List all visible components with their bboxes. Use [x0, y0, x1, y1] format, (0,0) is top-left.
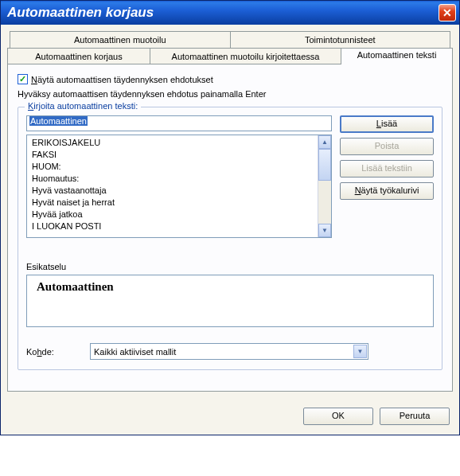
- autotext-group: Kirjoita automaattinen teksti: Automaatt…: [18, 107, 442, 370]
- dialog-footer: OK Peruuta: [1, 398, 459, 435]
- window-title: Automaattinen korjaus: [7, 5, 154, 21]
- show-suggestions-checkbox[interactable]: ✓: [18, 74, 28, 84]
- show-suggestions-row: ✓ Näytä automaattisen täydennyksen ehdot…: [18, 74, 442, 84]
- scroll-up-button[interactable]: ▲: [318, 135, 331, 149]
- accept-hint: Hyväksy automaattisen täydennyksen ehdot…: [18, 89, 442, 99]
- target-row: Kohde: Kaikki aktiiviset mallit ▼: [26, 343, 434, 360]
- tab-row-bottom: Automaattinen korjaus Automaattinen muot…: [7, 48, 453, 64]
- list-item[interactable]: HUOM:: [32, 161, 313, 173]
- add-button[interactable]: Lisää: [340, 115, 434, 133]
- list-item[interactable]: ERIKOISJAKELU: [32, 137, 313, 149]
- tab-autocorrect[interactable]: Automaattinen korjaus: [7, 48, 150, 64]
- tab-autotext[interactable]: Automaattinen teksti: [341, 48, 453, 64]
- preview-text: Automaattinen: [37, 280, 114, 293]
- scroll-track[interactable]: [318, 149, 331, 224]
- target-combo[interactable]: Kaikki aktiiviset mallit ▼: [90, 343, 368, 360]
- listbox-scrollbar[interactable]: ▲ ▼: [318, 135, 331, 237]
- list-item[interactable]: Hyvät naiset ja herrat: [32, 197, 313, 209]
- preview-label: Esikatselu: [26, 262, 434, 271]
- target-combo-dropdown[interactable]: ▼: [353, 345, 367, 358]
- insert-text-button: Lisää tekstiin: [340, 160, 434, 178]
- autotext-input[interactable]: Automaattinen: [26, 115, 332, 131]
- title-bar[interactable]: Automaattinen korjaus ✕: [1, 1, 459, 25]
- chevron-up-icon: ▲: [322, 139, 328, 146]
- show-suggestions-label: Näytä automaattisen täydennyksen ehdotuk…: [31, 75, 213, 84]
- list-item[interactable]: Huomautus:: [32, 173, 313, 185]
- tab-autoformat-typing[interactable]: Automaattinen muotoilu kirjoitettaessa: [150, 48, 341, 64]
- delete-button: Poista: [340, 138, 434, 155]
- dialog-window: Automaattinen korjaus ✕ Automaattinen mu…: [0, 0, 460, 435]
- chevron-down-icon: ▼: [322, 227, 328, 234]
- list-item[interactable]: FAKSI: [32, 149, 313, 161]
- autotext-legend: Kirjoita automaattinen teksti:: [25, 101, 141, 111]
- cancel-button[interactable]: Peruuta: [380, 408, 450, 425]
- list-items: ERIKOISJAKELU FAKSI HUOM: Huomautus: Hyv…: [27, 135, 318, 237]
- scroll-thumb[interactable]: [318, 149, 331, 181]
- tab-autoformat[interactable]: Automaattinen muotoilu: [10, 31, 231, 48]
- dialog-body: Automaattinen muotoilu Toimintotunnistee…: [1, 25, 459, 398]
- scroll-down-button[interactable]: ▼: [318, 224, 331, 237]
- target-combo-value: Kaikki aktiiviset mallit: [94, 347, 176, 357]
- target-label: Kohde:: [26, 347, 74, 357]
- autotext-listbox[interactable]: ERIKOISJAKELU FAKSI HUOM: Huomautus: Hyv…: [26, 135, 332, 238]
- list-item[interactable]: I LUOKAN POSTI: [32, 220, 313, 232]
- preview-box: Automaattinen: [26, 275, 434, 327]
- tab-row-top: Automaattinen muotoilu Toimintotunnistee…: [10, 31, 450, 48]
- chevron-down-icon: ▼: [357, 348, 364, 355]
- autotext-input-value: Automaattinen: [29, 116, 88, 126]
- list-item[interactable]: Hyvää jatkoa: [32, 209, 313, 220]
- tab-pane-autotext: ✓ Näytä automaattisen täydennyksen ehdot…: [7, 64, 453, 392]
- list-item[interactable]: Hyvä vastaanottaja: [32, 185, 313, 197]
- ok-button[interactable]: OK: [303, 408, 373, 425]
- show-toolbar-button[interactable]: Näytä työkalurivi: [340, 182, 434, 200]
- tab-smarttags[interactable]: Toimintotunnisteet: [231, 31, 451, 48]
- close-icon: ✕: [442, 6, 452, 19]
- close-button[interactable]: ✕: [439, 4, 456, 21]
